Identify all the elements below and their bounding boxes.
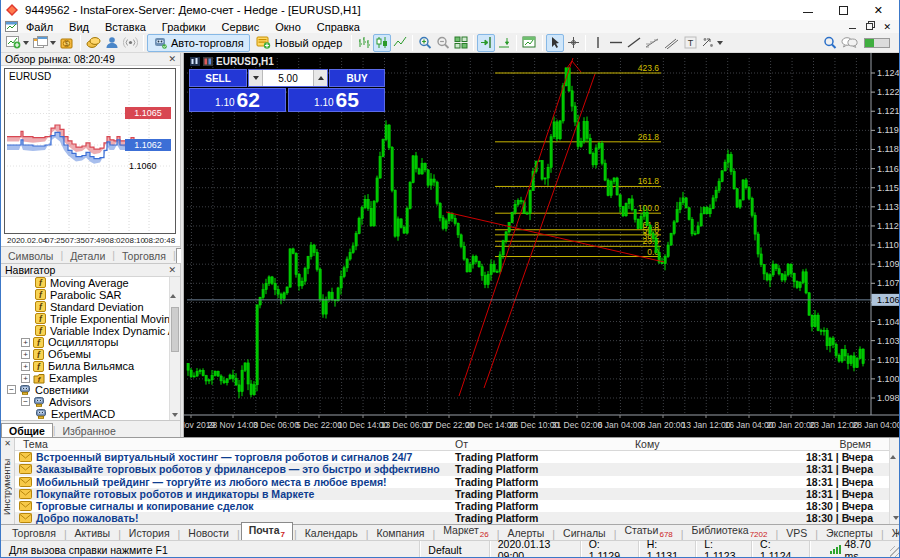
navigator-item[interactable]: fTriple Exponential Moving Avera	[1, 313, 169, 325]
search-button[interactable]	[821, 34, 839, 52]
column-to[interactable]: Кому	[635, 438, 660, 450]
market-watch-header[interactable]: Обзор рынка: 08:20:49 ✕	[1, 53, 180, 66]
window-maximize-button[interactable]	[839, 6, 848, 15]
menu-item[interactable]: Справка	[309, 21, 368, 33]
mail-row[interactable]: Заказывайте торговых роботов у фрилансер…	[15, 463, 889, 475]
navigator-item[interactable]: +fОбъемы	[1, 348, 169, 360]
mail-scrollbar[interactable]	[889, 438, 900, 525]
volume-decrease-button[interactable]	[249, 70, 263, 86]
mail-row[interactable]: Мобильный трейдинг — торгуйте из любого …	[15, 476, 889, 488]
fibonacci-tool-button[interactable]	[643, 34, 662, 52]
status-profile[interactable]: Default	[420, 541, 489, 558]
chart-window[interactable]: 423.6261.8161.8100.061.850.038.223.60.01…	[184, 53, 900, 437]
payments-button[interactable]	[84, 34, 103, 52]
market-watch-tab-2[interactable]: Детали	[63, 249, 112, 263]
sell-button[interactable]: SELL	[189, 69, 247, 87]
menu-item[interactable]: Графики	[154, 21, 214, 33]
navigator-item[interactable]: +fБилла Вильямса	[1, 360, 169, 372]
bottom-tab-7[interactable]: Компания	[369, 526, 431, 540]
bottom-tab-5[interactable]: Почта7	[241, 522, 293, 541]
trendline-tool-button[interactable]	[625, 34, 643, 52]
shapes-tool-button[interactable]	[699, 34, 725, 52]
close-icon[interactable]: ✕	[168, 265, 176, 275]
scroll-up-icon[interactable]	[890, 438, 896, 459]
menu-item[interactable]: Сервис	[214, 21, 268, 33]
navigator-item[interactable]: fStandard Deviation	[1, 301, 169, 313]
resize-grip[interactable]	[890, 546, 900, 558]
menu-item[interactable]: Окно	[267, 21, 309, 33]
mdi-restore-button[interactable]	[866, 23, 873, 30]
navigator-item[interactable]: fParabolic SAR	[1, 289, 169, 301]
mail-row[interactable]: Покупайте готовых роботов и индикаторы в…	[15, 488, 889, 500]
expand-icon[interactable]: +	[21, 338, 30, 347]
collapse-icon[interactable]: −	[21, 397, 30, 406]
text-tool-button[interactable]: T	[681, 34, 699, 52]
window-minimize-button[interactable]	[803, 12, 813, 13]
channel-tool-button[interactable]	[662, 34, 681, 52]
volume-value[interactable]: 5.00	[263, 70, 313, 86]
expand-icon[interactable]: +	[21, 362, 30, 371]
mail-row[interactable]: Встроенный виртуальный хостинг — торговл…	[15, 451, 889, 463]
chart-shift-button[interactable]	[477, 34, 495, 52]
navigator-item[interactable]: −Advisors	[1, 396, 169, 408]
expand-icon[interactable]: +	[21, 374, 30, 383]
navigator-item[interactable]: ExpertMACD	[1, 408, 169, 420]
new-chart-button[interactable]	[4, 34, 31, 52]
indicators-window-button[interactable]	[520, 34, 539, 52]
navigator-scrollbar[interactable]	[169, 277, 180, 420]
bottom-tab-8[interactable]: Маркет26	[436, 523, 495, 540]
chart-line-button[interactable]	[391, 34, 409, 52]
window-close-button[interactable]: ✕	[874, 5, 883, 15]
zoom-out-button[interactable]	[434, 34, 452, 52]
close-icon[interactable]: ✕	[1, 439, 14, 448]
menu-item[interactable]: Файл	[18, 21, 61, 33]
auto-scroll-button[interactable]	[495, 34, 513, 52]
bottom-tab-2[interactable]: Активы	[68, 526, 118, 540]
mdi-minimize-button[interactable]	[849, 28, 856, 29]
deposit-button[interactable]: $	[58, 34, 77, 52]
mdi-close-button[interactable]: ✕	[883, 22, 891, 32]
tile-windows-button[interactable]	[452, 34, 470, 52]
scroll-down-icon[interactable]	[893, 516, 899, 520]
signals-broadcast-button[interactable]	[121, 34, 140, 52]
cursor-tool-button[interactable]	[546, 34, 564, 52]
navigator-tab-2[interactable]: Избранное	[56, 424, 123, 438]
zoom-in-button[interactable]	[416, 34, 434, 52]
buy-button[interactable]: BUY	[329, 69, 385, 87]
navigator-item[interactable]: +fОсцилляторы	[1, 336, 169, 348]
bottom-tab-4[interactable]: Новости	[181, 526, 236, 540]
market-watch-tab-1[interactable]: Символы	[1, 249, 60, 263]
column-from[interactable]: От	[455, 438, 468, 450]
menu-item[interactable]: Вставка	[97, 21, 154, 33]
navigator-item[interactable]: fMoving Average	[1, 277, 169, 289]
close-icon[interactable]: ✕	[168, 54, 176, 64]
chat-button[interactable]	[839, 34, 860, 52]
sell-price[interactable]: 1.10 62	[189, 88, 286, 112]
navigator-header[interactable]: Навигатор ✕	[1, 264, 180, 277]
status-connection[interactable]: 48.70 ms	[822, 541, 891, 558]
navigator-item[interactable]: −Советники	[1, 384, 169, 396]
column-time[interactable]: Время	[839, 438, 871, 450]
expand-icon[interactable]: +	[21, 350, 30, 359]
bottom-tab-1[interactable]: Торговля	[5, 526, 63, 540]
vertical-line-tool-button[interactable]	[589, 34, 607, 52]
volume-increase-button[interactable]	[313, 70, 327, 86]
bottom-tab-6[interactable]: Календарь	[298, 526, 365, 540]
crosshair-tool-button[interactable]	[564, 34, 582, 52]
autotrade-button[interactable]: Авто-торговля	[147, 34, 250, 52]
scroll-up-icon[interactable]	[170, 277, 176, 298]
column-subject[interactable]: Тема	[23, 438, 48, 450]
mail-row[interactable]: Торговые сигналы и копирование сделокTra…	[15, 500, 889, 512]
scroll-down-icon[interactable]	[172, 413, 178, 417]
community-button[interactable]	[103, 34, 121, 52]
collapse-icon[interactable]: −	[7, 385, 16, 394]
horizontal-line-tool-button[interactable]	[607, 34, 625, 52]
bottom-tab-15[interactable]: Журнал	[885, 526, 900, 540]
scrollbar-thumb[interactable]	[171, 307, 179, 352]
navigator-item[interactable]: fVariable Index Dynamic Average	[1, 325, 169, 337]
new-order-button[interactable]: Новый ордер	[250, 34, 349, 52]
bottom-tab-3[interactable]: История	[122, 526, 177, 540]
market-watch-tab-3[interactable]: Торговля	[115, 249, 173, 263]
chart-candles-button[interactable]	[373, 34, 391, 52]
chart-bars-button[interactable]	[355, 34, 373, 52]
